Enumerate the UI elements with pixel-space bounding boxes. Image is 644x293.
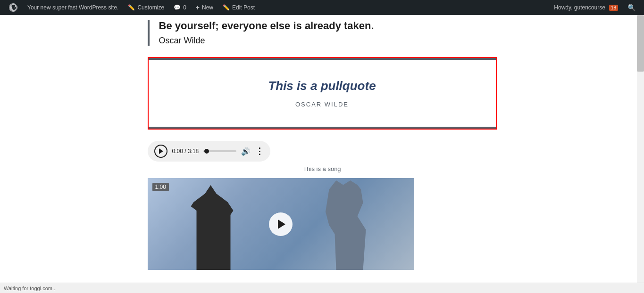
audio-more-button[interactable]: ⋮ xyxy=(255,146,264,156)
audio-play-button[interactable] xyxy=(154,145,167,158)
blockquote-text: Be yourself; everyone else is already ta… xyxy=(159,20,497,32)
comments-count: 0 xyxy=(183,4,186,11)
video-thumbnail: 1:00 xyxy=(148,178,414,270)
comment-icon: 💬 xyxy=(174,4,181,11)
customize-label: Customize xyxy=(137,4,164,11)
statue-silhouette xyxy=(315,180,386,270)
howdy-button[interactable]: Howdy, gutencourse 18 xyxy=(549,0,623,15)
adminbar-right: Howdy, gutencourse 18 🔍 xyxy=(549,0,640,15)
tower-silhouette xyxy=(185,185,242,270)
audio-player[interactable]: 0:00 / 3:18 🔊 ⋮ xyxy=(148,141,270,162)
audio-time-total: 3:18 xyxy=(188,148,199,155)
audio-progress-handle[interactable] xyxy=(204,149,209,154)
edit-post-label: Edit Post xyxy=(232,4,255,11)
video-block[interactable]: 1:00 xyxy=(148,178,414,270)
scrollbar-track[interactable] xyxy=(637,15,644,293)
notification-badge: 18 xyxy=(609,5,618,11)
pencil-icon: ✏️ xyxy=(128,4,135,11)
blockquote-cite: Oscar Wilde xyxy=(159,36,497,46)
search-button[interactable]: 🔍 xyxy=(623,0,640,15)
play-icon xyxy=(159,148,163,154)
comments-button[interactable]: 💬 0 xyxy=(169,0,191,15)
edit-icon: ✏️ xyxy=(223,4,230,11)
audio-time-current: 0:00 xyxy=(172,148,183,155)
pullquote-inner: This is a pullquote OSCAR WILDE xyxy=(149,58,496,129)
status-bar-text: Waiting for toggl.com... xyxy=(4,285,57,291)
audio-progress-bar[interactable] xyxy=(203,150,236,152)
edit-post-button[interactable]: ✏️ Edit Post xyxy=(218,0,259,15)
wp-logo-button[interactable] xyxy=(4,0,23,15)
plus-icon: + xyxy=(196,4,200,11)
admin-bar: Your new super fast WordPress site. ✏️ C… xyxy=(0,0,644,15)
pullquote-text: This is a pullquote xyxy=(158,79,486,93)
new-label: New xyxy=(202,4,213,11)
page-wrapper: Be yourself; everyone else is already ta… xyxy=(0,15,644,293)
video-duration-badge: 1:00 xyxy=(152,183,169,191)
content-area: Be yourself; everyone else is already ta… xyxy=(138,15,506,293)
new-content-button[interactable]: + New xyxy=(191,0,218,15)
search-icon: 🔍 xyxy=(627,4,636,11)
customize-button[interactable]: ✏️ Customize xyxy=(123,0,169,15)
audio-volume-button[interactable]: 🔊 xyxy=(241,147,251,156)
video-play-button[interactable] xyxy=(269,212,293,236)
video-play-icon xyxy=(278,220,285,229)
status-bar: Waiting for toggl.com... xyxy=(0,283,644,293)
howdy-label: Howdy, gutencourse xyxy=(554,4,605,11)
site-name-label: Your new super fast WordPress site. xyxy=(27,4,118,11)
pullquote-block[interactable]: This is a pullquote OSCAR WILDE xyxy=(148,57,497,130)
wp-logo-icon xyxy=(8,3,18,12)
audio-time: 0:00 / 3:18 xyxy=(172,148,199,155)
pullquote-cite: OSCAR WILDE xyxy=(158,101,486,108)
blockquote-block: Be yourself; everyone else is already ta… xyxy=(148,20,497,46)
site-name-button[interactable]: Your new super fast WordPress site. xyxy=(23,0,123,15)
audio-caption: This is a song xyxy=(148,165,497,172)
scrollbar-thumb[interactable] xyxy=(637,15,644,72)
